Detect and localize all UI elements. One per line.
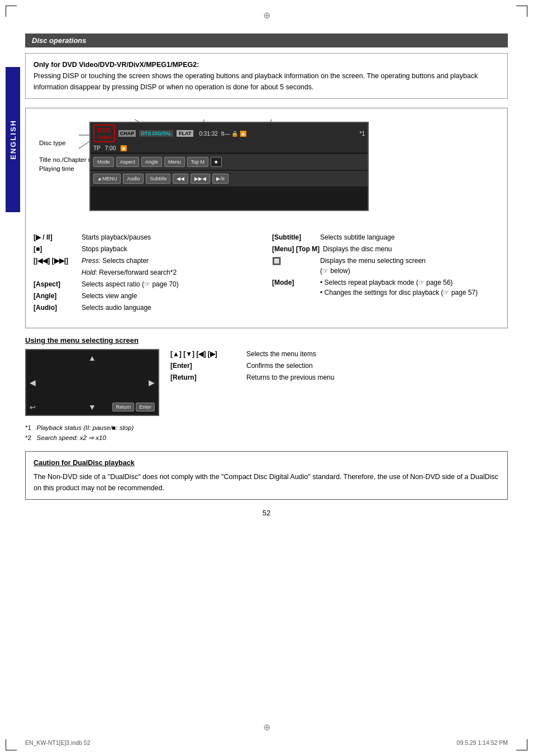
desc-mode: [Mode] • Selects repeat playback mode (☞…	[272, 277, 499, 298]
subtitle-button[interactable]: Subtitle	[146, 174, 170, 184]
desc-menu-icon: 🔲 Displays the menu selecting screen(☞ b…	[272, 256, 499, 276]
desc-play-pause: [▶ / II] Starts playback/pauses	[34, 232, 261, 242]
nav-down-arrow[interactable]: ▼	[88, 403, 96, 412]
tp-label: TP	[93, 145, 101, 151]
footer-right: 09.5.29 1:14:52 PM	[456, 739, 508, 746]
flat-badge: FLAT	[177, 130, 193, 137]
menu-section: Using the menu selecting screen ▲ ▼ ◀ ▶ …	[25, 336, 508, 416]
nav-up-arrow[interactable]: ▲	[88, 353, 96, 362]
desc-stop: [■] Stops playback	[34, 244, 261, 254]
asterisk1: *1	[360, 131, 365, 137]
footnote-1: *1 Playback status (II: pause/■: stop)	[25, 423, 508, 433]
dvd-logo: DVDVideo	[93, 125, 115, 142]
desc-audio: [Audio] Selects audio language	[34, 303, 261, 313]
dts-badge: DTS DIGITAL	[139, 130, 173, 137]
crosshair-top-icon: ⊕	[263, 10, 270, 21]
info-line1: Only for DVD Video/DVD-VR/DivX/MPEG1/MPE…	[34, 61, 199, 69]
footnotes: *1 Playback status (II: pause/■: stop) *…	[25, 423, 508, 443]
mode-button[interactable]: Mode	[93, 157, 114, 167]
right-descriptions: [Subtitle] Selects subtitle language [Me…	[272, 232, 499, 314]
enter-button[interactable]: Enter	[136, 403, 155, 412]
menu-button[interactable]: Menu	[164, 157, 185, 167]
prev-button[interactable]: ◀◀	[173, 174, 188, 184]
desc-menu-topm: [Menu] [Top M] Displays the disc menu	[272, 244, 499, 254]
chap-badge: CHAP	[118, 130, 136, 137]
footnote-2: *2 Search speed: x2 ⇒ x10	[25, 433, 508, 443]
stop-button[interactable]: ■	[211, 157, 221, 167]
corner-mark-bl	[6, 739, 17, 750]
info-line2: Pressing DISP or touching the screen sho…	[34, 72, 478, 91]
menu-layout: ▲ ▼ ◀ ▶ Return Enter ↩ [▲] [▼] [◀] [▶] S…	[25, 349, 508, 416]
desc-enter: [Enter] Confirms the selection	[170, 361, 508, 371]
desc-nav-arrows: [▲] [▼] [◀] [▶] Selects the menu items	[170, 349, 508, 359]
return-icon: ↩	[30, 403, 36, 412]
menu-right-descriptions: [▲] [▼] [◀] [▶] Selects the menu items […	[170, 349, 508, 384]
controls-diagram: Playback mode Audio format Sound mode (☞…	[25, 108, 508, 328]
corner-mark-br	[516, 739, 527, 750]
language-sidebar: ENGLISH	[6, 67, 20, 212]
aspect-button[interactable]: Aspect	[116, 157, 140, 167]
nav-right-arrow[interactable]: ▶	[149, 378, 155, 387]
dvd-tp-bar: TP 7:00 🔼	[91, 144, 368, 152]
topm-button[interactable]: Top M	[187, 157, 209, 167]
desc-angle: [Angle] Selects view angle	[34, 291, 261, 301]
corner-mark-tl	[6, 6, 17, 17]
next-button[interactable]: ▶▶◀	[191, 174, 210, 184]
menu-up-button[interactable]: ▲MENU	[93, 174, 121, 184]
caution-box: Caution for DualDisc playback The Non-DV…	[25, 451, 508, 500]
section-header: Disc operations	[25, 34, 508, 47]
playpause-button[interactable]: ▶/II	[212, 174, 229, 184]
label-disc-type: Disc type	[39, 140, 65, 146]
dvd-controls-row1: Mode Aspect Angle Menu Top M ■	[91, 154, 368, 170]
caution-title: Caution for DualDisc playback	[34, 457, 499, 468]
corner-mark-tr	[516, 6, 527, 17]
dvd-screen: DVDVideo CHAP DTS DIGITAL FLAT 0:31:32 I…	[89, 122, 369, 211]
nav-icon: 🔼	[120, 145, 127, 151]
caution-text: The Non-DVD side of a "DualDisc" does no…	[34, 471, 499, 494]
crosshair-bottom-icon: ⊕	[263, 722, 270, 733]
menu-action-buttons: Return Enter	[112, 403, 155, 412]
time-display: 0:31:32	[199, 131, 217, 137]
angle-button[interactable]: Angle	[141, 157, 162, 167]
menu-section-title: Using the menu selecting screen	[25, 336, 508, 344]
remaining-time: 7:00	[105, 145, 116, 151]
descriptions-grid: [▶ / II] Starts playback/pauses [■] Stop…	[34, 232, 499, 314]
desc-subtitle: [Subtitle] Selects subtitle language	[272, 232, 499, 242]
menu-screen-box: ▲ ▼ ◀ ▶ Return Enter ↩	[25, 349, 159, 416]
track-info: It— 🔒 🔼	[221, 131, 246, 137]
dvd-controls-row2: ▲MENU Audio Subtitle ◀◀ ▶▶◀ ▶/II	[91, 171, 368, 186]
footer-left: EN_KW-NT1[E]3.indb 52	[25, 739, 91, 746]
language-label: ENGLISH	[9, 119, 17, 160]
footer-info: EN_KW-NT1[E]3.indb 52 09.5.29 1:14:52 PM	[25, 739, 508, 746]
nav-left-arrow[interactable]: ◀	[30, 378, 36, 387]
audio-button[interactable]: Audio	[123, 174, 144, 184]
desc-aspect: [Aspect] Selects aspect ratio (☞ page 70…	[34, 279, 261, 289]
dvd-status-bar: DVDVideo CHAP DTS DIGITAL FLAT 0:31:32 I…	[91, 123, 368, 144]
page-number: 52	[25, 509, 508, 517]
desc-chapter: [|◀◀] [▶▶|] Press: Selects chapter	[34, 256, 261, 266]
desc-return: [Return] Returns to the previous menu	[170, 372, 508, 382]
desc-hold: Hold: Reverse/forward search*2	[34, 267, 261, 277]
info-box: Only for DVD Video/DVD-VR/DivX/MPEG1/MPE…	[25, 53, 508, 99]
left-descriptions: [▶ / II] Starts playback/pauses [■] Stop…	[34, 232, 261, 314]
return-button[interactable]: Return	[112, 403, 134, 412]
